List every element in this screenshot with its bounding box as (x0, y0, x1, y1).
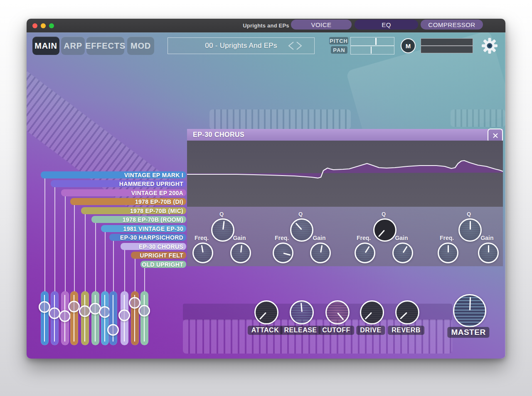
attack-knob[interactable] (254, 300, 278, 324)
panel-tab-compressor[interactable]: COMPRESSOR (421, 20, 483, 30)
layer-bar[interactable]: VINTAGE EP MARK I (41, 171, 186, 178)
pan-slider-handle[interactable] (371, 47, 372, 54)
settings-gear-icon[interactable] (481, 37, 498, 54)
knob-pointer (211, 218, 234, 242)
knob-pointer (310, 243, 331, 264)
layer-connector-line (44, 178, 45, 293)
release-label: RELEASE (280, 326, 320, 335)
nav-tab-main[interactable]: MAIN (32, 37, 59, 55)
preset-selector[interactable]: 00 - Uprights And EPs (167, 37, 315, 54)
eq-band-4-gain-knob[interactable] (478, 243, 499, 263)
effect-panel-header: EP-30 CHORUS (187, 129, 503, 141)
reverb-knob[interactable] (395, 300, 419, 324)
layer-bar[interactable]: 1978 EP-70B (DI) (70, 198, 186, 205)
layer-bar[interactable]: EP-30 CHORUS (121, 243, 186, 250)
close-icon (492, 132, 499, 139)
cutoff-knob[interactable] (325, 300, 350, 324)
preset-name: 00 - Uprights And EPs (205, 42, 277, 50)
effect-panel-title: EP-30 CHORUS (193, 131, 244, 139)
layer-bar[interactable]: 1981 VINTAGE EP-30 (101, 225, 186, 232)
eq-band-1-gain-knob[interactable] (230, 243, 251, 263)
zoom-window-button[interactable] (49, 23, 54, 28)
layer-connector-line (95, 223, 96, 293)
eq-band-2-gain-label: Gain (313, 235, 325, 241)
eq-band-2-gain-knob[interactable] (310, 243, 331, 263)
layer-connector-line (113, 241, 114, 293)
release-knob[interactable] (290, 300, 314, 324)
minimize-window-button[interactable] (41, 23, 46, 28)
layer-fader-handle[interactable] (138, 305, 150, 317)
layer-fader-track[interactable] (91, 291, 99, 345)
eq-band-1-q-knob[interactable] (211, 218, 234, 242)
window-title: Uprights and EPs (243, 22, 289, 29)
panel-tab-eq[interactable]: EQ (355, 20, 418, 30)
layer-bar[interactable]: UPRIGHT FELT (131, 252, 186, 259)
pitch-slider[interactable] (350, 37, 394, 46)
layer-connector-line (65, 196, 66, 293)
drive-knob[interactable] (360, 300, 384, 324)
pitch-label: PITCH (329, 37, 348, 45)
background-piano-keys-art (209, 109, 351, 129)
layer-fader-handle[interactable] (49, 307, 60, 319)
panel-tab-voice[interactable]: VOICE (291, 20, 352, 30)
fader-rail (95, 295, 96, 342)
pan-slider[interactable] (350, 46, 394, 54)
drive-label: DRIVE (356, 326, 385, 335)
eq-band-3-gain-label: Gain (395, 235, 408, 241)
eq-band-3-q-knob[interactable] (373, 218, 397, 242)
eq-band-3-gain-knob[interactable] (392, 243, 413, 263)
layer-fader-track[interactable] (140, 291, 148, 345)
eq-band-3-freq-label: Freq. (357, 235, 371, 241)
master-knob[interactable] (453, 294, 486, 327)
pan-label: PAN (331, 46, 347, 54)
fader-rail (144, 295, 145, 342)
layer-fader-handle[interactable] (118, 309, 130, 321)
layer-fader-handle[interactable] (79, 305, 91, 317)
fader-rail (104, 295, 105, 342)
eq-band-4-freq-knob[interactable] (438, 243, 458, 263)
layer-fader-handle[interactable] (107, 324, 119, 336)
layer-fader-handle[interactable] (59, 310, 71, 322)
layer-connector-line (54, 187, 55, 293)
knob-pointer (290, 301, 313, 324)
layer-bar[interactable]: 1978 EP-70B (ROOM) (91, 216, 186, 223)
eq-band-2-freq-label: Freq. (275, 235, 289, 241)
plugin-window: Uprights and EPs MAINARPEFFECTSMOD 00 - … (27, 19, 505, 359)
layer-bar[interactable]: HAMMERED UPRIGHT (51, 180, 186, 187)
reverb-label: REVERB (388, 326, 424, 335)
mute-button[interactable]: M (401, 38, 416, 53)
nav-tab-effects[interactable]: EFFECTS (86, 37, 124, 55)
layer-connector-line (105, 232, 106, 293)
pitch-slider-handle[interactable] (375, 38, 377, 45)
layer-fader-track[interactable] (109, 291, 117, 345)
layer-fader-handle[interactable] (99, 306, 111, 318)
nav-tab-mod[interactable]: MOD (127, 37, 154, 55)
eq-band-2-q-knob[interactable] (290, 218, 313, 242)
layer-fader-track[interactable] (70, 291, 78, 345)
preset-prev-next-icon[interactable] (286, 40, 304, 51)
layer-fader-track[interactable] (41, 291, 49, 345)
eq-curve-display[interactable] (187, 141, 503, 207)
eq-band-1-freq-knob[interactable] (192, 243, 213, 263)
eq-band-2-freq-knob[interactable] (273, 243, 293, 263)
nav-tab-arp[interactable]: ARP (61, 37, 85, 55)
fader-rail (84, 295, 85, 342)
layer-fader-track[interactable] (101, 291, 109, 345)
layer-bar[interactable]: EP-30 HARPSICHORD (109, 234, 186, 241)
eq-band-4-freq-label: Freq. (440, 235, 454, 241)
layer-bar[interactable]: OLD UPRIGHT (140, 261, 186, 268)
layer-fader-track[interactable] (81, 291, 89, 345)
eq-band-3-freq-knob[interactable] (355, 243, 375, 263)
cutoff-label: CUTOFF (318, 326, 354, 335)
layer-connector-line (124, 250, 125, 293)
layer-fader-handle[interactable] (68, 301, 80, 312)
background-piano-keys-art (451, 109, 505, 127)
eq-band-4-q-knob[interactable] (458, 218, 482, 242)
layer-bar[interactable]: VINTAGE EP 200A (61, 189, 186, 196)
layer-bar[interactable]: 1978 EP-70B (MIC) (81, 207, 186, 214)
close-window-button[interactable] (32, 23, 37, 28)
layer-fader-handle[interactable] (129, 297, 140, 309)
eq-band-4-gain-label: Gain (480, 235, 493, 241)
knob-pointer (192, 243, 214, 264)
layer-connector-line (135, 259, 135, 293)
